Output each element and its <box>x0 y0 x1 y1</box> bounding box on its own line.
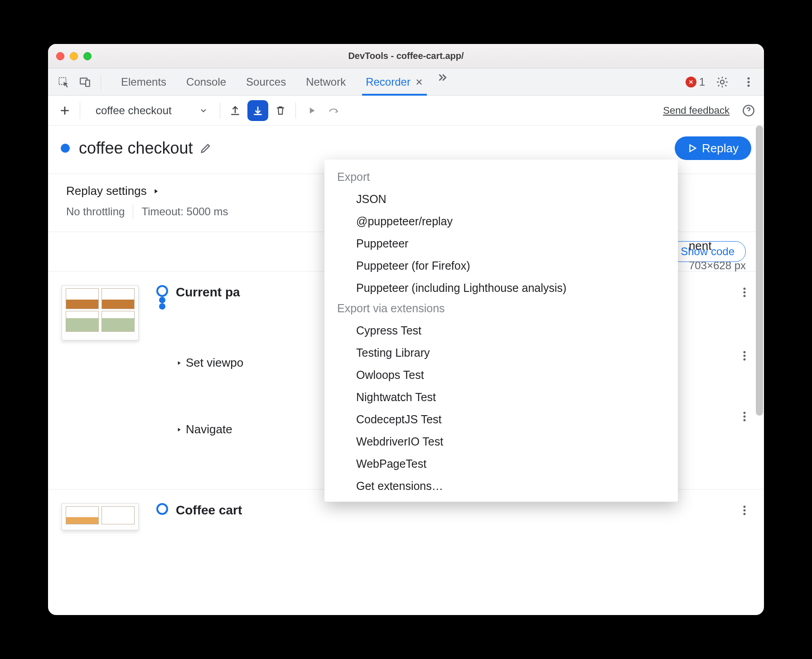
edit-title-icon[interactable] <box>199 142 212 155</box>
substep-menu-icon[interactable] <box>743 350 746 361</box>
timeline-node <box>156 285 168 297</box>
inspect-icon[interactable] <box>54 73 72 91</box>
export-option-testing-library[interactable]: Testing Library <box>324 342 678 364</box>
close-window-button[interactable] <box>56 52 64 60</box>
export-option-webpagetest[interactable]: WebPageTest <box>324 453 678 475</box>
replay-settings-label: Replay settings <box>66 184 147 198</box>
svg-point-5 <box>748 81 750 83</box>
settings-icon[interactable] <box>713 73 731 91</box>
export-option-puppeteer-firefox[interactable]: Puppeteer (for Firefox) <box>324 255 678 277</box>
tab-elements[interactable]: Elements <box>111 68 176 95</box>
export-menu: Export JSON @puppeteer/replay Puppeteer … <box>324 160 678 502</box>
error-indicator[interactable]: 1 <box>686 76 705 88</box>
more-tabs-icon[interactable] <box>433 68 451 87</box>
tab-network[interactable]: Network <box>296 68 356 95</box>
environment-column: nent 703×628 px <box>689 239 746 272</box>
menu-section-header: Export via extensions <box>324 299 678 320</box>
timeout-label: Timeout: 5000 ms <box>141 205 228 218</box>
recorder-toolbar: coffee checkout Send feedback <box>48 96 764 126</box>
export-option-puppeteer-replay[interactable]: @puppeteer/replay <box>324 210 678 233</box>
recording-select-label: coffee checkout <box>96 104 172 117</box>
svg-point-3 <box>720 80 724 83</box>
devtools-window: DevTools - coffee-cart.app/ Elements Con… <box>48 44 764 615</box>
export-option-webdriverio[interactable]: WebdriverIO Test <box>324 431 678 453</box>
window-title: DevTools - coffee-cart.app/ <box>48 51 764 61</box>
tab-recorder[interactable]: Recorder <box>356 68 433 95</box>
svg-point-11 <box>744 351 746 354</box>
export-option-owloops[interactable]: Owloops Test <box>324 364 678 386</box>
step-thumbnail <box>62 285 139 340</box>
close-tab-icon[interactable] <box>415 78 423 86</box>
replay-label: Replay <box>702 141 739 155</box>
window-controls <box>56 52 92 60</box>
separator <box>101 74 101 90</box>
step-menu-icon[interactable] <box>743 287 746 298</box>
recording-select[interactable]: coffee checkout <box>88 102 215 119</box>
svg-point-16 <box>744 419 746 422</box>
export-option-codeceptjs[interactable]: CodeceptJS Test <box>324 408 678 431</box>
delete-button[interactable] <box>270 100 291 121</box>
error-icon <box>686 77 696 87</box>
send-feedback-link[interactable]: Send feedback <box>663 105 730 116</box>
recording-status-dot <box>61 144 70 153</box>
separator <box>220 102 220 119</box>
svg-point-14 <box>744 412 746 414</box>
export-button[interactable] <box>247 100 268 121</box>
export-option-puppeteer[interactable]: Puppeteer <box>324 233 678 255</box>
substep-menu-icon[interactable] <box>743 411 746 422</box>
environment-title-suffix: nent <box>689 239 746 253</box>
timeline-node <box>156 503 168 515</box>
error-count: 1 <box>699 76 705 88</box>
svg-point-19 <box>744 513 746 515</box>
svg-point-6 <box>748 84 750 87</box>
svg-point-9 <box>744 291 746 294</box>
export-option-json[interactable]: JSON <box>324 188 678 210</box>
minimize-window-button[interactable] <box>70 52 78 60</box>
timeline <box>149 285 176 310</box>
svg-point-15 <box>744 416 746 418</box>
tab-console[interactable]: Console <box>176 68 236 95</box>
svg-point-17 <box>744 506 746 508</box>
export-option-puppeteer-lighthouse[interactable]: Puppeteer (including Lighthouse analysis… <box>324 277 678 299</box>
svg-point-4 <box>748 77 750 79</box>
step-over-button[interactable] <box>300 100 321 121</box>
step-group: Coffee cart <box>62 503 746 567</box>
tab-sources[interactable]: Sources <box>236 68 296 95</box>
svg-point-12 <box>744 355 746 357</box>
recording-title: coffee checkout <box>79 139 193 158</box>
expand-icon[interactable] <box>152 188 160 195</box>
environment-size: 703×628 px <box>689 259 746 272</box>
step-menu-icon[interactable] <box>743 505 746 516</box>
timeline-subnode <box>159 297 165 303</box>
menu-section-header: Export <box>324 168 678 188</box>
separator <box>80 102 80 119</box>
svg-point-18 <box>744 509 746 512</box>
new-recording-button[interactable] <box>54 100 75 121</box>
svg-point-10 <box>744 295 746 297</box>
help-icon[interactable] <box>740 102 758 120</box>
separator <box>133 204 133 219</box>
svg-point-8 <box>744 288 746 290</box>
timeline-subnode <box>159 303 165 310</box>
export-option-get-extensions[interactable]: Get extensions… <box>324 475 678 497</box>
continue-button[interactable] <box>323 100 344 121</box>
device-toggle-icon[interactable] <box>76 73 94 91</box>
zoom-window-button[interactable] <box>83 52 92 60</box>
svg-rect-2 <box>86 80 90 86</box>
step-title: Coffee cart <box>176 503 746 518</box>
export-option-nightwatch[interactable]: Nightwatch Test <box>324 386 678 408</box>
chevron-down-icon <box>199 106 208 115</box>
more-icon[interactable] <box>740 73 758 91</box>
throttling-label: No throttling <box>66 205 125 218</box>
separator <box>295 102 296 119</box>
import-button[interactable] <box>225 100 246 121</box>
panel-tabs: Elements Console Sources Network Recorde… <box>48 68 764 96</box>
step-thumbnail <box>62 503 139 530</box>
svg-point-13 <box>744 359 746 361</box>
timeline <box>149 503 176 515</box>
replay-button[interactable]: Replay <box>675 136 751 160</box>
scrollbar[interactable] <box>756 126 763 416</box>
titlebar: DevTools - coffee-cart.app/ <box>48 44 764 68</box>
export-option-cypress[interactable]: Cypress Test <box>324 320 678 342</box>
